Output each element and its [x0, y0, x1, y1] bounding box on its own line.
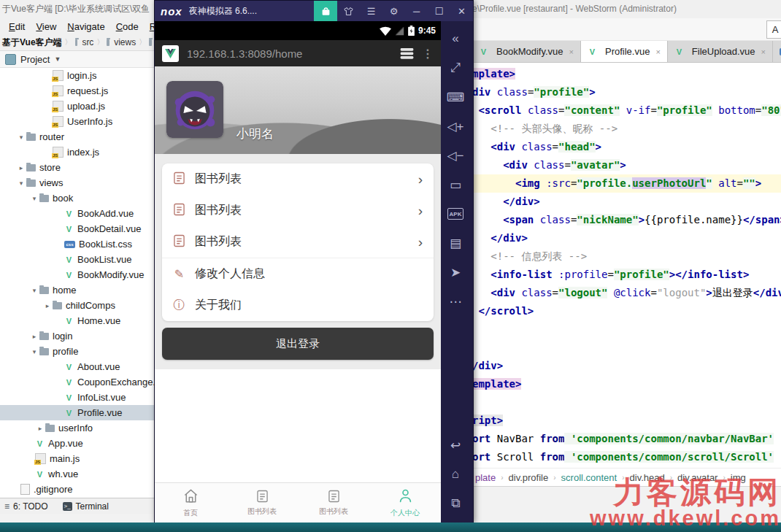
browser-address-bar[interactable]: 192.168.1.3:8089/home ⋮ — [155, 40, 441, 66]
breadcrumb-div.profile[interactable]: div.profile — [509, 472, 549, 483]
wardrobe-button[interactable] — [337, 1, 360, 21]
emulator-titlebar[interactable]: nox 夜神模拟器 6.6.... ☰⚙─☐✕ — [155, 1, 473, 21]
maximize-button[interactable]: ☐ — [428, 1, 450, 21]
tree-item-BookList.vue[interactable]: VBookList.vue — [0, 252, 154, 267]
virtual-key-icon[interactable]: ⌨ — [441, 82, 470, 112]
nav-recents-icon[interactable]: ⧉ — [441, 489, 470, 518]
tree-item-About.vue[interactable]: VAbout.vue — [0, 359, 154, 374]
chevron-collapsed-icon[interactable]: ▸ — [29, 333, 39, 340]
install-apk-icon[interactable]: APK — [447, 208, 463, 220]
logout-button[interactable]: 退出登录 — [162, 328, 434, 360]
editor-tab-BookModify.vue[interactable]: VBookModify.vue× — [472, 41, 581, 62]
minimize-button[interactable]: ─ — [405, 1, 428, 21]
breadcrumb-scroll.content[interactable]: scroll.content — [561, 472, 618, 483]
menu-edit[interactable]: Edit — [9, 21, 25, 32]
volume-down-icon[interactable]: ◁− — [441, 141, 470, 170]
chevron-collapsed-icon[interactable]: ▸ — [16, 164, 26, 171]
tree-item-index.js[interactable]: index.js — [0, 144, 154, 160]
chevron-down-icon[interactable]: ▼ — [54, 55, 61, 63]
more-options-icon[interactable]: ⋯ — [441, 287, 470, 316]
project-tool-window-header[interactable]: Project ▼ — [0, 51, 154, 67]
tree-item-BookDetail.vue[interactable]: VBookDetail.vue — [0, 221, 154, 236]
nav-back-icon[interactable]: ↩ — [441, 431, 470, 460]
tabbar-图书列表[interactable]: 图书列表 — [226, 483, 298, 523]
volume-up-icon[interactable]: ◁+ — [441, 112, 470, 141]
close-tab-icon[interactable]: × — [569, 47, 574, 56]
tabbar-图书列表[interactable]: 图书列表 — [298, 483, 369, 523]
tree-item-BookModify.vue[interactable]: VBookModify.vue — [0, 267, 154, 282]
tree-item-login[interactable]: ▸login — [0, 328, 154, 344]
shared-folder-icon[interactable]: ▤ — [441, 228, 470, 258]
tree-item-store[interactable]: ▸store — [0, 160, 154, 175]
tabbar-个人中心[interactable]: 个人中心 — [369, 483, 441, 523]
breadcrumb-div.avatar[interactable]: div.avatar — [677, 472, 717, 483]
tree-item-upload.js[interactable]: upload.js — [0, 99, 154, 114]
chevron-expanded-icon[interactable]: ▾ — [29, 348, 39, 355]
tree-item-childComps[interactable]: ▸childComps — [0, 298, 154, 313]
app-store-button[interactable] — [314, 1, 337, 21]
tree-item-login.js[interactable]: login.js — [0, 68, 154, 83]
breadcrumb-root[interactable]: 基于Vue客户端 — [2, 36, 62, 49]
code-editor[interactable]: mplate>div class="profile"> <scroll clas… — [472, 63, 781, 468]
chevron-expanded-icon[interactable]: ▾ — [16, 180, 26, 187]
collapse-panel-icon[interactable]: « — [441, 24, 470, 53]
chevron-expanded-icon[interactable]: ▾ — [29, 195, 39, 202]
menu-item-修改个人信息[interactable]: ✎修改个人信息 — [162, 258, 434, 290]
menu-code[interactable]: Code — [116, 21, 139, 32]
breadcrumb-div.head[interactable]: div.head — [630, 472, 665, 483]
menu-item-关于我们[interactable]: ⓘ关于我们 — [162, 290, 434, 321]
tree-item-.gitignore[interactable]: .gitignore — [0, 482, 154, 497]
tree-item-views[interactable]: ▾views — [0, 175, 154, 190]
fullscreen-icon[interactable]: ⤢ — [441, 53, 470, 82]
toolbar-a-button[interactable]: A — [766, 20, 781, 39]
editor-tab-Profile.vue[interactable]: VProfile.vue× — [581, 41, 668, 62]
chevron-expanded-icon[interactable]: ▾ — [16, 134, 26, 141]
close-tab-icon[interactable]: × — [761, 47, 766, 56]
tree-item-request.js[interactable]: request.js — [0, 83, 154, 99]
menu-button[interactable]: ☰ — [360, 1, 382, 21]
menu-item-图书列表[interactable]: 图书列表› — [162, 226, 434, 258]
browser-tabs-icon[interactable] — [400, 48, 414, 59]
tree-item-profile[interactable]: ▾profile — [0, 344, 154, 359]
tree-item-Home.vue[interactable]: VHome.vue — [0, 313, 154, 328]
tree-item-router[interactable]: ▾router — [0, 129, 154, 144]
menu-navigate[interactable]: Navigate — [67, 21, 104, 32]
editor-tab-B[interactable]: cssB — [773, 41, 781, 62]
breadcrumb-views[interactable]: views — [114, 37, 136, 47]
chevron-collapsed-icon[interactable]: ▸ — [35, 425, 45, 432]
breadcrumb-img[interactable]: img — [731, 472, 746, 483]
nav-home-icon[interactable]: ⌂ — [441, 460, 470, 489]
tree-item-book[interactable]: ▾book — [0, 190, 154, 206]
breadcrumb-plate[interactable]: plate — [475, 472, 496, 483]
chevron-collapsed-icon[interactable]: ▸ — [42, 302, 53, 309]
breadcrumb-src[interactable]: src — [82, 37, 93, 47]
screenshot-icon[interactable]: ▭ — [441, 170, 470, 199]
terminal-toolwindow-button[interactable]: >_ Terminal — [63, 501, 109, 512]
close-tab-icon[interactable]: × — [655, 47, 660, 56]
tree-item-main.js[interactable]: main.js — [0, 451, 154, 466]
avatar[interactable] — [166, 81, 223, 138]
tabbar-首页[interactable]: 首页 — [155, 483, 226, 523]
browser-menu-icon[interactable]: ⋮ — [422, 47, 434, 61]
menu-view[interactable]: View — [36, 21, 56, 32]
tree-item-UserInfo.js[interactable]: UserInfo.js — [0, 114, 154, 129]
tree-item-CouponExchange.[interactable]: VCouponExchange. — [0, 374, 154, 390]
tree-item-userInfo[interactable]: ▸userInfo — [0, 420, 154, 436]
settings-button[interactable]: ⚙ — [382, 1, 405, 21]
menu-item-图书列表[interactable]: 图书列表› — [162, 195, 434, 226]
tree-item-App.vue[interactable]: VApp.vue — [0, 436, 154, 451]
todo-toolwindow-button[interactable]: ≡ 6: TODO — [4, 501, 48, 512]
tree-item-InfoList.vue[interactable]: VInfoList.vue — [0, 390, 154, 405]
tree-item-home[interactable]: ▾home — [0, 282, 154, 298]
code-line: emplate> — [472, 375, 781, 393]
tree-item-wh.vue[interactable]: Vwh.vue — [0, 466, 154, 482]
close-button[interactable]: ✕ — [450, 1, 473, 21]
tree-item-Profile.vue[interactable]: VProfile.vue — [0, 405, 154, 420]
chevron-expanded-icon[interactable]: ▾ — [29, 287, 39, 294]
shake-icon[interactable]: ➤ — [441, 258, 470, 287]
tree-item-BookList.css[interactable]: cssBookList.css — [0, 236, 154, 252]
url-field[interactable]: 192.168.1.3:8089/home — [187, 47, 392, 60]
editor-tab-FileUpload.vue[interactable]: VFileUpload.vue× — [668, 41, 773, 62]
tree-item-BookAdd.vue[interactable]: VBookAdd.vue — [0, 206, 154, 221]
menu-item-图书列表[interactable]: 图书列表› — [162, 163, 434, 195]
